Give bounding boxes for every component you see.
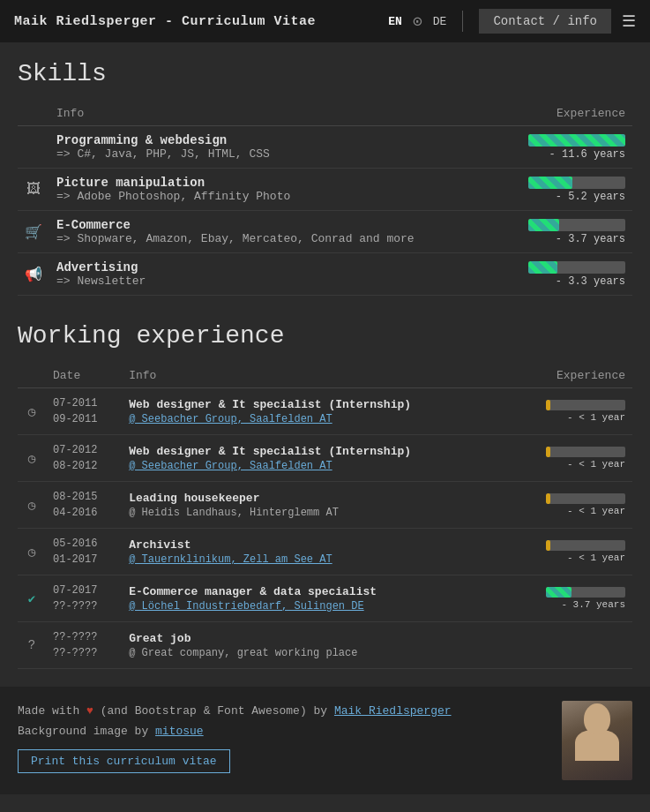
work-exp-cell: - < 1 year [506, 482, 632, 529]
work-exp-cell [506, 622, 632, 669]
exp-bar-fill [528, 219, 559, 231]
work-date-start: ??-???? [53, 629, 115, 645]
work-date-end: ??-???? [53, 598, 115, 614]
work-job-title: Great job [129, 632, 499, 645]
work-exp-cell: - < 1 year [506, 435, 632, 482]
work-info: E-Commerce manager & data specialist @ L… [122, 575, 506, 622]
exp-bar-bg [528, 219, 625, 231]
skills-col-icon [18, 102, 49, 126]
work-col-info: Info [122, 364, 506, 388]
work-col-experience: Experience [506, 364, 632, 388]
skills-title: Skills [18, 60, 632, 87]
work-bar-fill [546, 540, 550, 551]
avatar-head [584, 703, 610, 734]
work-date-start: 08-2015 [53, 489, 115, 505]
skill-icon [18, 126, 49, 169]
work-date-end: 04-2016 [53, 505, 115, 521]
skill-name: Advertising [56, 260, 491, 274]
work-date-start: 05-2016 [53, 536, 115, 552]
work-job-title: Web designer & It specialist (Internship… [129, 398, 499, 411]
navbar: Maik Riedlsperger - Curriculum Vitae EN … [0, 0, 650, 42]
skill-exp: - 3.7 years [498, 211, 632, 253]
work-exp-label: - < 1 year [513, 506, 625, 516]
exp-label: - 11.6 years [549, 148, 625, 161]
skill-exp: - 3.3 years [498, 253, 632, 296]
contact-link[interactable]: Contact / info [479, 9, 611, 34]
nav-divider [462, 11, 463, 32]
work-icon: ✔ [18, 575, 46, 622]
avatar-body [575, 730, 619, 761]
exp-bar-bg [528, 134, 625, 147]
skill-exp: - 5.2 years [498, 169, 632, 211]
work-date: 07-2012 08-2012 [46, 435, 122, 482]
skill-info: Advertising => Newsletter [49, 253, 498, 296]
work-row: ✔ 07-2017 ??-???? E-Commerce manager & d… [18, 575, 632, 622]
print-button[interactable]: Print this curriculum vitae [18, 749, 230, 773]
bg-link[interactable]: mitosue [155, 725, 204, 738]
work-company-link[interactable]: @ Löchel Industriebedarf, Sulingen DE [129, 600, 363, 613]
hamburger-icon[interactable]: ☰ [622, 11, 636, 31]
heart-icon: ♥ [86, 704, 93, 718]
author-link[interactable]: Maik Riedlsperger [334, 704, 452, 718]
exp-bar-fill [528, 261, 557, 274]
work-exp-label: - 3.7 years [513, 599, 625, 610]
work-icon: ◷ [18, 388, 46, 435]
footer: Made with ♥ (and Bootstrap & Font Awesom… [0, 687, 650, 794]
work-icon: ◷ [18, 435, 46, 482]
skill-icon: 📢 [18, 253, 49, 296]
skill-name: E-Commerce [56, 218, 491, 232]
work-company-link[interactable]: @ Seebacher Group, Saalfelden AT [129, 460, 332, 472]
work-company: @ Heidis Landhaus, Hinterglemm AT [129, 507, 339, 519]
work-date-end: 09-2011 [53, 411, 115, 427]
work-icon: ◷ [18, 529, 46, 575]
work-company-link[interactable]: @ Tauernklinikum, Zell am See AT [129, 553, 332, 566]
work-exp-label: - < 1 year [513, 412, 625, 423]
lang-toggle-icon[interactable]: ⊙ [413, 11, 422, 31]
skill-sub: => C#, Java, PHP, JS, HTML, CSS [56, 147, 491, 161]
work-job-title: E-Commerce manager & data specialist [129, 585, 499, 598]
work-exp-cell: - < 1 year [506, 529, 632, 575]
exp-bar-wrap: - 5.2 years [505, 177, 625, 203]
exp-label: - 3.7 years [556, 233, 625, 245]
skill-info: Programming & webdesign => C#, Java, PHP… [49, 126, 498, 169]
work-col-icon [18, 364, 46, 388]
and-text: (and Bootstrap & Font Awesome) by [101, 704, 327, 718]
skill-exp: - 11.6 years [498, 126, 632, 169]
work-info: Web designer & It specialist (Internship… [122, 388, 506, 435]
work-title: Working experience [18, 322, 632, 350]
work-row: ? ??-???? ??-???? Great job @ Great comp… [18, 622, 632, 669]
work-exp-cell: - 3.7 years [506, 575, 632, 622]
work-date: ??-???? ??-???? [46, 622, 122, 669]
work-company: @ Great company, great working place [129, 647, 357, 659]
lang-en[interactable]: EN [388, 15, 402, 28]
work-info: Web designer & It specialist (Internship… [122, 435, 506, 482]
skills-row: Programming & webdesign => C#, Java, PHP… [18, 126, 632, 169]
footer-bg: Background image by mitosue [18, 721, 551, 741]
work-job-title: Archivist [129, 538, 499, 552]
work-date-start: 07-2012 [53, 442, 115, 458]
work-date-end: 01-2017 [53, 552, 115, 568]
work-bar-fill [546, 447, 550, 457]
skill-sub: => Adobe Photoshop, Affinity Photo [56, 190, 491, 203]
skills-table: Info Experience Programming & webdesign … [18, 102, 632, 296]
work-info: Leading housekeeper @ Heidis Landhaus, H… [122, 482, 506, 529]
work-exp-cell: - < 1 year [506, 388, 632, 435]
work-date-end: ??-???? [53, 645, 115, 661]
main-content: Skills Info Experience Programming & web… [0, 42, 650, 669]
work-company-link[interactable]: @ Seebacher Group, Saalfelden AT [129, 413, 332, 425]
exp-label: - 3.3 years [556, 275, 625, 288]
footer-left: Made with ♥ (and Bootstrap & Font Awesom… [18, 701, 551, 773]
exp-bar-wrap: - 11.6 years [505, 134, 625, 161]
work-bar-fill [546, 587, 572, 598]
work-exp-label: - < 1 year [513, 553, 625, 563]
work-job-title: Web designer & It specialist (Internship… [129, 445, 499, 458]
work-bar-fill [546, 400, 550, 410]
skills-row: 🛒 E-Commerce => Shopware, Amazon, Ebay, … [18, 211, 632, 253]
work-date: 08-2015 04-2016 [46, 482, 122, 529]
lang-de[interactable]: DE [433, 15, 447, 28]
skill-icon: 🛒 [18, 211, 49, 253]
work-row: ◷ 07-2012 08-2012 Web designer & It spec… [18, 435, 632, 482]
avatar-image [562, 701, 632, 780]
work-row: ◷ 08-2015 04-2016 Leading housekeeper @ … [18, 482, 632, 529]
work-exp-bar-bg [546, 540, 625, 551]
